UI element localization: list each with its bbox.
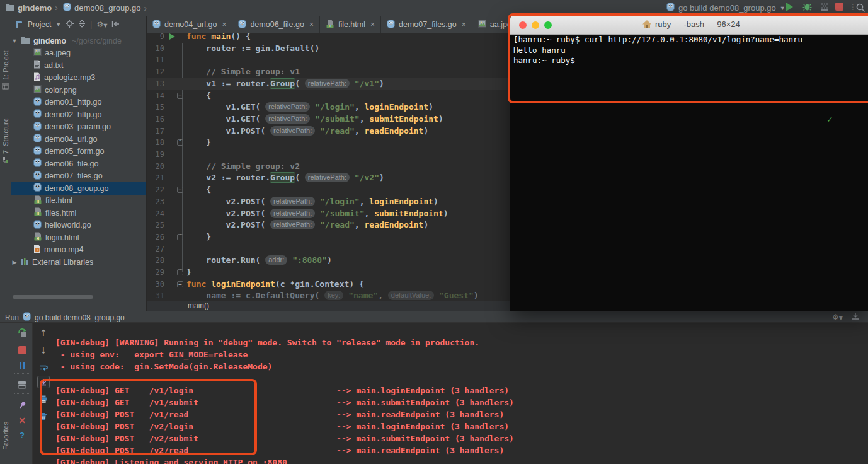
- tree-item-demo07_files.go[interactable]: demo07_files.go: [11, 170, 146, 183]
- html-file-icon: H: [33, 195, 42, 206]
- tab-label: demo06_file.go: [250, 20, 304, 29]
- hide-panel-button[interactable]: [111, 20, 120, 30]
- tree-item-demo05_form.go[interactable]: demo05_form.go: [11, 146, 146, 158]
- line-number: 24: [147, 208, 164, 220]
- line-number: 16: [147, 113, 164, 125]
- run-button[interactable]: [786, 3, 793, 11]
- breadcrumb-separator: ›: [55, 3, 58, 13]
- go-file-icon: [387, 20, 395, 30]
- tab-demo07_files.go[interactable]: demo07_files.go×: [381, 16, 472, 33]
- tab-demo06_file.go[interactable]: demo06_file.go×: [232, 16, 320, 33]
- soft-wrap-button[interactable]: [37, 362, 50, 374]
- fold-end-icon[interactable]: ˆ: [177, 139, 183, 146]
- restore-layout-button[interactable]: [16, 378, 28, 391]
- tree-item-demo08_group.go[interactable]: demo08_group.go: [11, 182, 146, 195]
- tab-demo04_url.go[interactable]: demo04_url.go×: [147, 16, 232, 33]
- line-number: 17: [147, 125, 164, 137]
- toolbar-separator: [14, 393, 30, 394]
- tree-item-momo.mp4[interactable]: momo.mp4: [11, 244, 146, 257]
- tab-close-icon[interactable]: ×: [462, 20, 466, 29]
- rerun-button[interactable]: [16, 327, 28, 339]
- toolbar-separator: [14, 373, 30, 374]
- settings-gear-button[interactable]: ⚙▼: [96, 20, 107, 29]
- chevron-down-icon[interactable]: ▼: [55, 21, 61, 28]
- go-file-icon: [152, 20, 161, 30]
- line-number: 12: [147, 66, 164, 78]
- run-panel-title[interactable]: Run: [5, 313, 19, 322]
- breadcrumb-folder[interactable]: gindemo ›: [5, 3, 58, 13]
- locate-file-button[interactable]: [66, 20, 74, 30]
- sidebar-item-structure[interactable]: 7: Structure: [0, 97, 11, 163]
- left-tool-stripe: 1: Project 7: Structure Favorites: [0, 16, 11, 464]
- fold-icon[interactable]: −: [177, 187, 183, 193]
- breadcrumb-separator: ›: [144, 3, 147, 13]
- pause-output-button[interactable]: [16, 359, 28, 372]
- expand-arrow-icon[interactable]: ▼: [11, 38, 18, 44]
- line-number: 23: [147, 196, 164, 208]
- go-file-icon: [238, 20, 246, 30]
- breadcrumb-file[interactable]: demo08_group.go ›: [63, 3, 147, 13]
- fold-end-icon[interactable]: ˆ: [177, 234, 183, 240]
- project-panel: Project ▼ | ⚙▼ ▼gindemo~/go/src/gindeaa.…: [11, 16, 147, 311]
- tree-item-aa.jpeg[interactable]: aa.jpeg: [11, 47, 146, 60]
- tab-close-icon[interactable]: ×: [222, 20, 226, 29]
- search-everywhere-button[interactable]: [855, 3, 865, 13]
- sidebar-item-favorites[interactable]: Favorites: [0, 400, 11, 450]
- line-number: 14: [147, 90, 164, 102]
- run-settings-gear-button[interactable]: ⚙▼: [832, 313, 843, 322]
- stop-button[interactable]: [835, 3, 843, 11]
- collapse-arrow-icon[interactable]: ▶: [11, 259, 18, 265]
- go-file-icon: [33, 220, 42, 231]
- tree-item-demo03_param.go[interactable]: demo03_param.go: [11, 121, 146, 134]
- play-icon: [786, 3, 793, 11]
- tree-item-color.png[interactable]: color.png: [11, 84, 146, 96]
- go-file-icon: [33, 109, 42, 120]
- tree-item-external-libraries[interactable]: ▶External Libraries: [11, 256, 146, 269]
- line-number: 27: [147, 243, 164, 255]
- tree-item-demo06_file.go[interactable]: demo06_file.go: [11, 158, 146, 170]
- tab-close-icon[interactable]: ×: [309, 20, 314, 29]
- go-file-icon: [666, 3, 675, 13]
- tab-label: demo07_files.go: [399, 20, 457, 29]
- fold-icon[interactable]: −: [177, 93, 183, 99]
- horizontal-scrollbar[interactable]: [13, 295, 93, 299]
- stop-icon: [835, 3, 843, 11]
- tab-close-icon[interactable]: ×: [370, 20, 375, 29]
- debug-button[interactable]: [802, 3, 812, 11]
- tree-item-ad.txt[interactable]: ad.txt: [11, 59, 146, 72]
- image-file-icon: [33, 85, 42, 95]
- go-file-icon: [33, 97, 42, 108]
- fold-end-icon[interactable]: ˆ: [177, 269, 183, 276]
- project-panel-title[interactable]: Project: [28, 20, 51, 29]
- close-button[interactable]: ✕: [16, 414, 28, 427]
- tree-item-demo01_http.go[interactable]: demo01_http.go: [11, 96, 146, 109]
- next-occurrence-button[interactable]: ↓: [37, 344, 50, 357]
- go-file-icon: [23, 312, 31, 323]
- tree-item-file.html[interactable]: Hfile.html: [11, 195, 146, 207]
- tree-item-demo04_url.go[interactable]: demo04_url.go: [11, 133, 146, 146]
- tree-item-login.html[interactable]: Hlogin.html: [11, 231, 146, 244]
- tree-item-demo02_http.go[interactable]: demo02_http.go: [11, 108, 146, 121]
- console-line: [GIN-debug] [WARNING] Running in "debug"…: [55, 337, 514, 349]
- sidebar-item-project[interactable]: 1: Project: [0, 26, 11, 90]
- prev-occurrence-button[interactable]: ↑: [37, 327, 50, 339]
- tree-item-apologize.mp3[interactable]: apologize.mp3: [11, 72, 146, 84]
- run-config-selector[interactable]: go build demo08_group.go ▼: [666, 3, 785, 13]
- hide-run-panel-button[interactable]: [852, 312, 859, 322]
- collapse-all-button[interactable]: [78, 20, 86, 30]
- run-line-icon[interactable]: [169, 33, 175, 40]
- project-view-icon: [15, 21, 23, 28]
- fold-icon[interactable]: −: [177, 281, 183, 287]
- tab-file.html[interactable]: Hfile.html×: [320, 16, 381, 33]
- tree-item-gindemo[interactable]: ▼gindemo~/go/src/ginde: [11, 35, 146, 47]
- line-number: 22: [147, 184, 164, 196]
- line-number: 20: [147, 161, 164, 173]
- stop-process-button[interactable]: [16, 344, 28, 356]
- tree-item-files.html[interactable]: Hfiles.html: [11, 207, 146, 219]
- tree-item-helloworld.go[interactable]: helloworld.go: [11, 219, 146, 232]
- line-number: 10: [147, 43, 164, 55]
- search-icon: [855, 3, 865, 13]
- pin-tab-button[interactable]: [16, 398, 28, 411]
- coverage-button[interactable]: [820, 3, 829, 11]
- help-button[interactable]: ?: [16, 429, 28, 441]
